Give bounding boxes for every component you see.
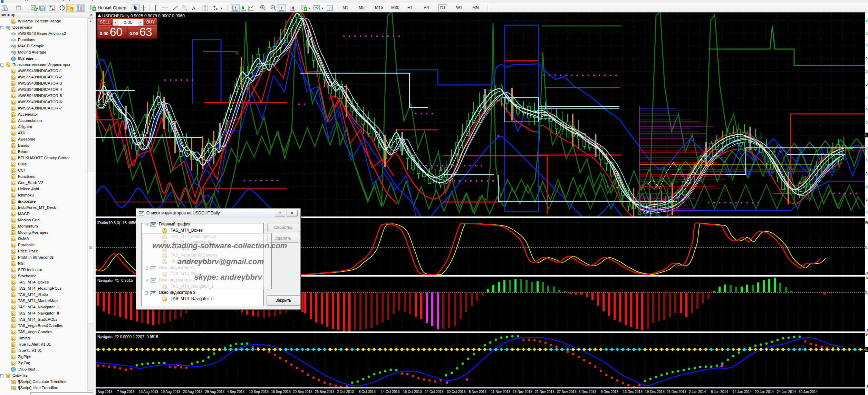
svg-text:2 Oct 2013: 2 Oct 2013 [337,390,354,394]
svg-text:30 Oct 2013: 30 Oct 2013 [447,390,466,394]
svg-text:Navigator #2 0.0000 1.2207 -0.: Navigator #2 0.0000 1.2207 -0.9515 [97,335,158,339]
svg-text:0.: 0. [866,185,868,189]
svg-text:0.: 0. [866,83,868,86]
svg-text:0.: 0. [865,133,868,137]
svg-text:19 Aug 2013: 19 Aug 2013 [161,390,181,394]
svg-text:24 Oct 2013: 24 Oct 2013 [425,390,444,394]
svg-text:15 Nov 2013: 15 Nov 2013 [513,390,532,394]
svg-text:14 Jan 2014: 14 Jan 2014 [733,390,752,394]
svg-text:8 Oct 2013: 8 Oct 2013 [359,390,376,394]
svg-text:USDCHF,Daily 0.9025 0.9079 0: USDCHF,Daily 0.9025 0.9079 0.9007 0.9060 [102,13,185,18]
svg-text:18 Oct 2013: 18 Oct 2013 [403,390,422,394]
svg-text:0.: 0. [866,210,868,214]
svg-text:8 Jan 2014: 8 Jan 2014 [711,390,728,394]
svg-text:0.: 0. [866,108,868,112]
svg-text:26 Dec 2013: 26 Dec 2013 [667,390,686,394]
svg-text:0.: 0. [866,31,868,35]
svg-text:20 Jan 2014: 20 Jan 2014 [755,390,774,394]
svg-text:0.: 0. [866,198,868,201]
svg-text:-3: -3 [865,385,868,389]
svg-text:3 Dec 2013: 3 Dec 2013 [579,390,597,394]
svg-text:9 Dec 2013: 9 Dec 2013 [601,390,619,394]
svg-text:0.: 0. [865,291,868,295]
svg-text:0.: 0. [866,95,868,99]
svg-text:0.: 0. [865,348,868,351]
svg-text:0.: 0. [866,121,868,125]
svg-text:0.: 0. [866,172,868,176]
svg-text:0.: 0. [866,146,868,150]
svg-text:13 Dec 2013: 13 Dec 2013 [623,390,643,394]
svg-text:13 Aug 2013: 13 Aug 2013 [139,390,158,394]
svg-text:27 Nov 2013: 27 Nov 2013 [557,390,577,394]
svg-text:0.: 0. [866,44,868,48]
svg-text:11 Nov 2013: 11 Nov 2013 [491,390,510,394]
svg-text:14 Oct 2013: 14 Oct 2013 [381,390,400,394]
svg-text:0.: 0. [866,19,868,22]
svg-text:5 Nov 2013: 5 Nov 2013 [469,390,487,394]
svg-text:50: 50 [865,221,868,225]
svg-text:21 Nov 2013: 21 Nov 2013 [535,390,554,394]
svg-text:16 Sep 2013: 16 Sep 2013 [271,390,291,394]
svg-text:26 Sep 2013: 26 Sep 2013 [315,390,335,394]
svg-text:14: 14 [865,276,868,280]
svg-text:0.: 0. [866,57,868,61]
svg-text:29 Aug 2013: 29 Aug 2013 [205,390,225,394]
svg-text:1 Aug 2013: 1 Aug 2013 [95,390,113,394]
svg-text:0.: 0. [865,246,868,250]
svg-text:20 Sep 2013: 20 Sep 2013 [293,390,312,394]
svg-text:30 Jan 2014: 30 Jan 2014 [799,390,818,394]
svg-text:19 Dec 2013: 19 Dec 2013 [645,390,665,394]
svg-text:23 Aug 2013: 23 Aug 2013 [183,390,203,394]
svg-text:0.: 0. [866,70,868,74]
svg-text:7 Aug 2013: 7 Aug 2013 [117,390,135,394]
svg-text:14: 14 [865,333,868,336]
svg-text:0.: 0. [866,159,868,163]
svg-text:2 Jan 2014: 2 Jan 2014 [689,390,706,394]
svg-text:24 Jan 2014: 24 Jan 2014 [777,390,796,394]
svg-text:4 Sep 2013: 4 Sep 2013 [227,390,245,394]
svg-text:10 Sep 2013: 10 Sep 2013 [249,390,269,394]
svg-text:-5: -5 [865,272,868,276]
svg-text:Navigator #1 -0.9515: Navigator #1 -0.9515 [97,278,133,282]
